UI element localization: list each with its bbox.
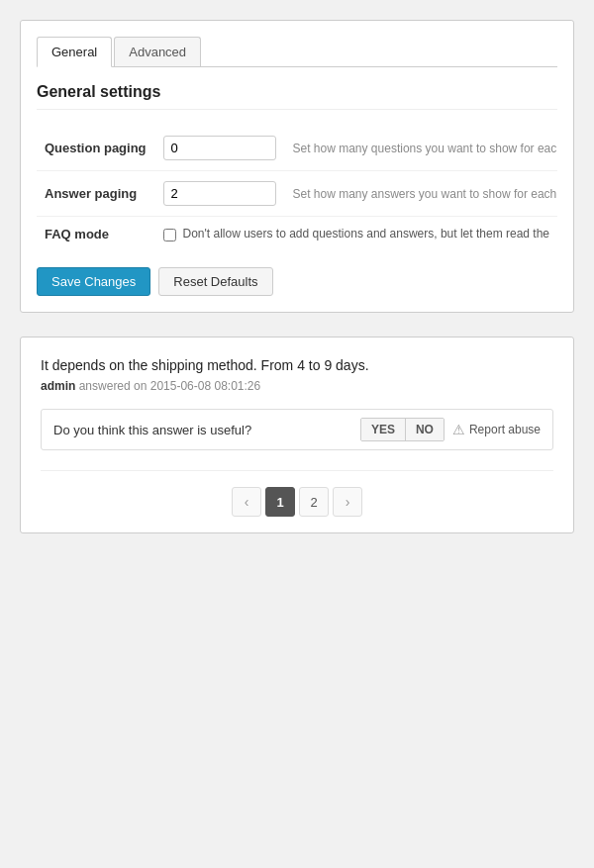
- question-paging-input[interactable]: [163, 136, 276, 160]
- answer-timestamp: answered on 2015-06-08 08:01:26: [79, 379, 260, 393]
- report-abuse-label: Report abuse: [469, 423, 541, 436]
- settings-panel: General Advanced General settings Questi…: [20, 20, 574, 313]
- tab-general[interactable]: General: [37, 37, 112, 67]
- reset-defaults-button[interactable]: Reset Defaults: [158, 267, 272, 296]
- table-row: Answer paging Set how many answers you w…: [37, 171, 557, 217]
- answer-meta: admin answered on 2015-06-08 08:01:26: [41, 379, 553, 393]
- page-1-button[interactable]: 1: [265, 487, 295, 517]
- pagination: ‹ 1 2 ›: [41, 487, 553, 517]
- question-paging-desc: Set how many questions you want to show …: [284, 126, 557, 171]
- page-2-button[interactable]: 2: [299, 487, 329, 517]
- faq-mode-checkbox-label: Don't allow users to add questions and a…: [182, 227, 549, 241]
- faq-mode-label: FAQ mode: [37, 217, 155, 252]
- save-button[interactable]: Save Changes: [37, 267, 150, 296]
- button-row: Save Changes Reset Defaults: [37, 267, 557, 296]
- report-abuse-button[interactable]: ⚠ Report abuse: [452, 422, 541, 437]
- no-button[interactable]: NO: [405, 419, 444, 440]
- tab-advanced[interactable]: Advanced: [114, 37, 201, 66]
- answer-paging-label: Answer paging: [37, 171, 155, 217]
- useful-row: Do you think this answer is useful? YES …: [41, 409, 553, 450]
- question-paging-input-cell: [155, 126, 284, 171]
- question-paging-label: Question paging: [37, 126, 155, 171]
- tabs: General Advanced: [37, 37, 557, 67]
- next-page-button[interactable]: ›: [333, 487, 362, 517]
- yes-button[interactable]: YES: [361, 419, 405, 440]
- faq-mode-checkbox[interactable]: [163, 229, 176, 241]
- faq-mode-input-cell: Don't allow users to add questions and a…: [155, 217, 557, 252]
- settings-table: Question paging Set how many questions y…: [37, 126, 557, 251]
- prev-arrow-icon: ‹: [245, 494, 249, 510]
- divider: [41, 470, 553, 471]
- table-row: Question paging Set how many questions y…: [37, 126, 557, 171]
- answer-paging-input-cell: [155, 171, 284, 217]
- useful-actions: YES NO ⚠ Report abuse: [360, 418, 541, 441]
- section-title: General settings: [37, 83, 557, 110]
- answer-panel: It depends on the shipping method. From …: [20, 337, 574, 533]
- table-row: FAQ mode Don't allow users to add questi…: [37, 217, 557, 252]
- answer-paging-input[interactable]: [163, 181, 276, 206]
- next-arrow-icon: ›: [346, 494, 350, 510]
- useful-question: Do you think this answer is useful?: [53, 423, 251, 437]
- answer-paging-desc: Set how many answers you want to show fo…: [284, 171, 557, 217]
- answer-author: admin: [41, 379, 75, 393]
- yes-no-buttons: YES NO: [360, 418, 445, 441]
- prev-page-button[interactable]: ‹: [232, 487, 261, 517]
- answer-text: It depends on the shipping method. From …: [41, 357, 553, 373]
- warning-icon: ⚠: [452, 422, 465, 437]
